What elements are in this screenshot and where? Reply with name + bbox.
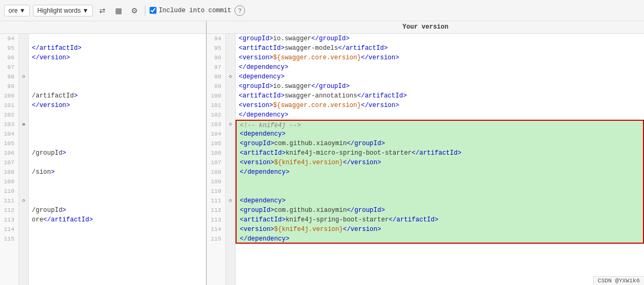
left-gutter-cell	[19, 234, 28, 244]
right-gutter-cell	[226, 158, 235, 167]
left-code-line: /groupId>	[29, 206, 206, 215]
left-gutter-cell	[19, 148, 28, 158]
right-code-line	[236, 186, 644, 196]
left-line-numbers: 9495969798991001011021031041051061071081…	[0, 34, 19, 285]
left-line-num: 108	[0, 167, 16, 177]
left-line-num: 94	[0, 34, 16, 43]
right-line-num: 109	[207, 177, 223, 186]
left-code-line	[29, 186, 206, 196]
right-code-line: <dependency>	[236, 72, 644, 82]
columns-icon-button[interactable]: ▦	[112, 4, 125, 17]
highlight-label: Highlight words	[37, 7, 81, 14]
left-gutter-cell	[19, 129, 28, 139]
left-code-line	[29, 120, 206, 129]
gear-icon-button[interactable]: ⚙	[128, 4, 141, 17]
left-code-line	[29, 158, 206, 167]
right-line-num: 95	[207, 43, 223, 53]
left-code-line: /groupId>	[29, 148, 206, 158]
right-line-num: 103	[207, 120, 223, 129]
highlight-words-button[interactable]: Highlight words ▼	[33, 5, 93, 16]
right-gutter-cell	[226, 167, 235, 177]
right-line-num: 114	[207, 225, 223, 234]
right-gutter-cell: ◇	[226, 72, 235, 82]
right-line-num: 97	[207, 63, 223, 72]
left-line-num: 103	[0, 120, 16, 129]
right-code-area[interactable]: 9495969798991001011021031041051061071081…	[207, 34, 644, 285]
right-code-line: </dependency>	[236, 110, 644, 120]
right-gutter-cell	[226, 139, 235, 148]
right-line-num: 105	[207, 139, 223, 148]
left-gutter-cell	[19, 63, 28, 72]
left-line-num: 104	[0, 129, 16, 139]
help-button[interactable]: ?	[234, 5, 245, 16]
right-line-num: 104	[207, 129, 223, 139]
footer-bar: CSDN @YXWik6	[593, 276, 644, 285]
right-gutter-cell: ◇	[226, 120, 235, 129]
right-code-line: <version>${knife4j.version}</version>	[236, 158, 644, 167]
right-gutter-cell	[226, 101, 235, 110]
left-line-num: 106	[0, 148, 16, 158]
right-code-line: <version>${swagger.core.version}</versio…	[236, 101, 644, 110]
left-line-num: 112	[0, 206, 16, 215]
more-button[interactable]: ore ▼	[4, 5, 30, 16]
right-code-line: <dependency>	[236, 196, 644, 206]
left-gutter-cell	[19, 34, 28, 43]
right-code-line: </dependency>	[236, 234, 644, 244]
footer-text: CSDN @YXWik6	[598, 278, 640, 284]
left-line-num: 110	[0, 186, 16, 196]
left-code-line	[29, 82, 206, 91]
toolbar: ore ▼ Highlight words ▼ ⇄ ▦ ⚙ Include in…	[0, 0, 644, 21]
right-line-num: 111	[207, 196, 223, 206]
right-gutter-cell	[226, 206, 235, 215]
left-gutter-cell	[19, 225, 28, 234]
right-code-line: <groupId>com.github.xiaoymin</groupId>	[236, 206, 644, 215]
right-line-num: 100	[207, 91, 223, 101]
right-code-line: <groupId>io.swagger</groupId>	[236, 82, 644, 91]
left-gutter-cell	[19, 43, 28, 53]
left-gutter-cell	[19, 215, 28, 225]
right-line-num: 106	[207, 148, 223, 158]
left-pane: 9495969798991001011021031041051061071081…	[0, 21, 207, 285]
right-gutter-cell	[226, 129, 235, 139]
right-gutter-cell	[226, 148, 235, 158]
left-line-num: 109	[0, 177, 16, 186]
right-line-numbers: 9495969798991001011021031041051061071081…	[207, 34, 226, 285]
left-gutter-cell	[19, 158, 28, 167]
more-chevron-icon: ▼	[19, 7, 25, 14]
more-label: ore	[8, 7, 18, 14]
diff-container: 9495969798991001011021031041051061071081…	[0, 21, 644, 285]
left-line-num: 98	[0, 72, 16, 82]
left-gutter-cell	[19, 53, 28, 63]
left-code-line: ore</artifactId>	[29, 215, 206, 225]
left-gutter-cell	[19, 177, 28, 186]
right-code-line: <dependency>	[236, 129, 644, 139]
right-code-line: <artifactId>swagger-models</artifactId>	[236, 43, 644, 53]
right-gutter-cell	[226, 91, 235, 101]
right-line-num: 107	[207, 158, 223, 167]
right-code-line: </dependency>	[236, 167, 644, 177]
right-line-num: 112	[207, 206, 223, 215]
right-header: Your version	[207, 21, 644, 34]
left-line-num: 97	[0, 63, 16, 72]
right-gutter-cell: ◇	[226, 196, 235, 206]
left-line-num: 111	[0, 196, 16, 206]
settings-icon-button[interactable]: ⇄	[96, 4, 109, 17]
left-code-line	[29, 110, 206, 120]
left-gutter-cell	[19, 91, 28, 101]
left-code-line: </version>	[29, 53, 206, 63]
right-code-lines: <groupId>io.swagger</groupId><artifactId…	[236, 34, 644, 285]
right-line-num: 113	[207, 215, 223, 225]
left-line-num: 114	[0, 225, 16, 234]
right-line-num: 99	[207, 82, 223, 91]
left-code-area[interactable]: 9495969798991001011021031041051061071081…	[0, 34, 206, 285]
left-gutter-cell	[19, 186, 28, 196]
right-gutter-cell	[226, 43, 235, 53]
include-commit-label[interactable]: Include into commit	[150, 7, 231, 14]
right-gutter-cell	[226, 82, 235, 91]
left-gutter-cell	[19, 139, 28, 148]
separator	[145, 5, 145, 16]
right-line-num: 94	[207, 34, 223, 43]
left-code-line	[29, 129, 206, 139]
include-commit-checkbox[interactable]	[150, 7, 156, 14]
left-code-line	[29, 63, 206, 72]
